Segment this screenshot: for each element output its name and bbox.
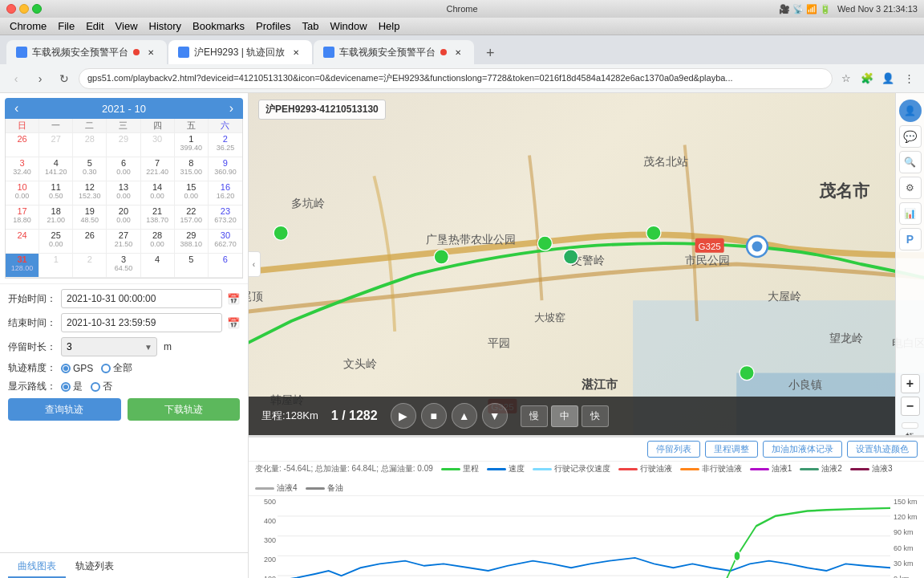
start-time-input[interactable] <box>61 289 222 308</box>
cal-day[interactable]: 200.00 <box>107 206 140 230</box>
cal-day[interactable]: 30 <box>141 133 175 157</box>
address-bar[interactable]: gps51.com/playbackv2.html?deviceid=41210… <box>79 68 833 89</box>
tab-list[interactable]: 轨迹列表 <box>66 556 124 578</box>
bookmark-icon[interactable]: ☆ <box>837 70 855 88</box>
end-time-input[interactable] <box>61 313 222 332</box>
close-button[interactable] <box>6 4 16 14</box>
no-radio[interactable]: 否 <box>91 380 112 393</box>
query-btn[interactable]: 查询轨迹 <box>8 398 121 421</box>
cal-day[interactable]: 23673.20 <box>209 206 242 230</box>
maximize-button[interactable] <box>32 4 42 14</box>
cal-day[interactable]: 236.25 <box>209 133 242 157</box>
next-btn[interactable]: ▼ <box>482 403 508 429</box>
label-tag-btn[interactable]: 标注 <box>902 422 918 429</box>
speed-fast-btn[interactable]: 快 <box>582 405 609 427</box>
all-radio[interactable]: 全部 <box>101 361 132 375</box>
avatar-btn[interactable]: 👤 <box>899 100 922 122</box>
cal-day[interactable]: 29388.10 <box>175 230 209 254</box>
cal-day-today[interactable]: 31128.00 <box>6 254 39 278</box>
cal-day[interactable]: 1948.50 <box>73 206 107 230</box>
cal-day[interactable]: 7221.40 <box>141 157 175 181</box>
minimize-button[interactable] <box>19 4 29 14</box>
stop-btn[interactable]: ■ <box>421 403 447 429</box>
extensions-icon[interactable]: 🧩 <box>858 70 876 88</box>
tab-3[interactable]: 车载视频安全预警平台 ✕ <box>314 40 474 64</box>
new-tab-button[interactable]: + <box>479 42 501 64</box>
calendar-icon-2[interactable]: 📅 <box>227 317 240 329</box>
cal-day[interactable]: 1 <box>39 254 73 278</box>
stay-list-btn[interactable]: 停留列表 <box>647 441 700 458</box>
more-icon[interactable]: ⋮ <box>900 70 918 88</box>
chat-btn[interactable]: 💬 <box>899 125 922 148</box>
cal-day[interactable]: 30662.70 <box>209 230 242 254</box>
download-btn[interactable]: 下载轨迹 <box>128 398 241 421</box>
menu-view[interactable]: View <box>111 20 143 32</box>
cal-day[interactable]: 250.00 <box>39 230 73 254</box>
cal-day[interactable]: 1616.20 <box>209 181 242 206</box>
map-collapse-arrow[interactable]: ‹ <box>249 251 261 277</box>
menu-help[interactable]: Help <box>374 20 405 32</box>
menu-file[interactable]: File <box>53 20 79 32</box>
speed-mid-btn[interactable]: 中 <box>551 405 578 427</box>
tab-1[interactable]: 车载视频安全预警平台 ✕ <box>6 40 167 64</box>
profile-icon[interactable]: 👤 <box>879 70 897 88</box>
menu-window[interactable]: Window <box>325 20 371 32</box>
back-button[interactable]: ‹ <box>6 69 26 88</box>
menu-edit[interactable]: Edit <box>81 20 108 32</box>
cal-day[interactable]: 130.00 <box>107 181 140 206</box>
tab3-close[interactable]: ✕ <box>452 46 464 59</box>
cal-day[interactable]: 21138.70 <box>141 206 175 230</box>
cal-day[interactable]: 29 <box>107 133 140 157</box>
cal-day[interactable]: 60.00 <box>107 157 140 181</box>
cal-day[interactable]: 12152.30 <box>73 181 107 206</box>
stay-select[interactable]: 3510 <box>61 337 157 356</box>
search-btn[interactable]: 🔍 <box>899 151 922 173</box>
cal-day[interactable]: 150.00 <box>175 181 209 206</box>
p-btn[interactable]: P <box>899 228 922 250</box>
cal-day[interactable]: 9360.90 <box>209 157 242 181</box>
cal-day[interactable]: 5 <box>175 254 209 278</box>
menu-chrome[interactable]: Chrome <box>5 20 51 32</box>
cal-day[interactable]: 1718.80 <box>6 206 39 230</box>
play-btn[interactable]: ▶ <box>391 403 416 429</box>
cal-day[interactable]: 50.30 <box>73 157 107 181</box>
yes-radio[interactable]: 是 <box>61 380 83 393</box>
tab-2[interactable]: 沪EH9293 | 轨迹回放 ✕ <box>168 40 312 64</box>
cal-day[interactable]: 2 <box>73 254 107 278</box>
zoom-in-btn[interactable]: + <box>901 374 920 393</box>
reload-button[interactable]: ↻ <box>55 69 74 88</box>
speed-slow-btn[interactable]: 慢 <box>521 405 548 427</box>
menu-tab[interactable]: Tab <box>297 20 323 32</box>
menu-history[interactable]: History <box>144 20 186 32</box>
tab-chart[interactable]: 曲线图表 <box>8 556 66 578</box>
gps-radio[interactable]: GPS <box>61 363 93 374</box>
cal-day[interactable]: 26 <box>6 133 39 157</box>
mileage-adj-btn[interactable]: 里程调整 <box>705 441 758 458</box>
cal-day[interactable]: 4141.20 <box>39 157 73 181</box>
cal-day[interactable]: 2721.50 <box>107 230 140 254</box>
calendar-prev[interactable]: ‹ <box>11 101 22 116</box>
cal-day[interactable]: 6 <box>209 254 242 278</box>
zoom-out-btn[interactable]: − <box>901 397 920 416</box>
cal-day[interactable]: 4 <box>141 254 175 278</box>
cal-day[interactable]: 8315.00 <box>175 157 209 181</box>
calendar-next[interactable]: › <box>226 101 237 116</box>
cal-day[interactable]: 28 <box>73 133 107 157</box>
tab2-close[interactable]: ✕ <box>290 46 302 59</box>
cal-day[interactable]: 24 <box>6 230 39 254</box>
menu-bookmarks[interactable]: Bookmarks <box>188 20 249 32</box>
cal-day[interactable]: 26 <box>73 230 107 254</box>
tab1-close[interactable]: ✕ <box>144 46 157 59</box>
cal-day[interactable]: 1399.40 <box>175 133 209 157</box>
calendar-icon[interactable]: 📅 <box>227 293 240 305</box>
settings-btn[interactable]: ⚙ <box>899 177 922 199</box>
stats-btn[interactable]: 📊 <box>899 202 922 225</box>
cal-day[interactable]: 1821.00 <box>39 206 73 230</box>
cal-day[interactable]: 100.00 <box>6 181 39 206</box>
cal-day[interactable]: 27 <box>39 133 73 157</box>
cal-day[interactable]: 110.50 <box>39 181 73 206</box>
cal-day[interactable]: 140.00 <box>141 181 175 206</box>
cal-day[interactable]: 364.50 <box>107 254 140 278</box>
fuel-log-btn[interactable]: 加油加液体记录 <box>763 441 842 458</box>
cal-day[interactable]: 332.40 <box>6 157 39 181</box>
